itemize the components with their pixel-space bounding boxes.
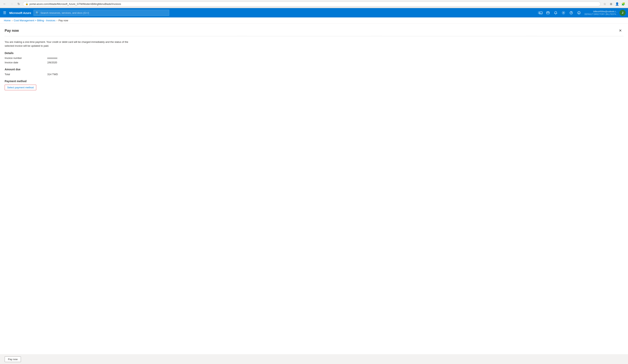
details-section-title: Details: [5, 52, 623, 55]
settings-icon[interactable]: [560, 9, 567, 16]
total-label: Total: [5, 73, 47, 76]
invoice-date-row: Invoice date 2/8/2020: [5, 61, 623, 64]
browser-chrome: ← → ↻ 🔒 portal.azure.com/#blade/Microsof…: [0, 0, 628, 8]
star-icon[interactable]: ☆: [602, 1, 608, 6]
extensions-icon[interactable]: 🧩: [621, 1, 626, 6]
info-text: You are making a one-time payment. Your …: [5, 40, 129, 48]
total-value: 314 TWD: [47, 73, 58, 76]
directory-icon[interactable]: [545, 9, 551, 16]
browser-actions: ☆ ⊕ 👤 🧩: [602, 1, 626, 6]
user-avatar[interactable]: J: [620, 10, 626, 16]
cloud-shell-icon[interactable]: : [537, 9, 544, 16]
panel-header: Pay now ✕: [5, 27, 623, 36]
user-info[interactable]: billtest456tw@outlook.c... DEFAULT DIREC…: [583, 9, 619, 16]
main-content: Pay now ✕ You are making a one-time paym…: [0, 24, 628, 364]
select-payment-method-button[interactable]: Select payment method: [5, 85, 36, 90]
pay-now-button[interactable]: Pay now: [5, 357, 21, 362]
breadcrumb: Home › Cost Management + Billing - Invoi…: [0, 17, 628, 24]
feedback-icon[interactable]: [575, 9, 582, 16]
collections-icon[interactable]: ⊕: [608, 1, 614, 6]
azure-logo: Microsoft Azure: [9, 11, 31, 14]
user-directory: DEFAULT DIRECTORY (BILLTEST4...: [584, 13, 618, 15]
azure-top-nav: ☰ Microsoft Azure 🔍 Search resources, se…: [0, 8, 628, 17]
address-bar[interactable]: 🔒 portal.azure.com/#blade/Microsoft_Azur…: [23, 1, 601, 6]
svg-rect-1: [547, 12, 549, 14]
browser-toolbar: ← → ↻ 🔒 portal.azure.com/#blade/Microsof…: [0, 0, 628, 8]
close-button[interactable]: ✕: [617, 27, 623, 34]
panel-title: Pay now: [5, 29, 19, 33]
payment-section-title: Payment method: [5, 80, 623, 83]
lock-icon: 🔒: [25, 2, 28, 5]
page-footer: Pay now: [0, 354, 628, 364]
amount-section-title: Amount due: [5, 68, 623, 71]
invoice-number-value: xxxxxxxx: [47, 57, 57, 60]
svg-point-5: [578, 11, 580, 14]
breadcrumb-current: Pay now: [59, 19, 68, 22]
user-email: billtest456tw@outlook.c...: [593, 10, 618, 13]
breadcrumb-sep-2: ›: [57, 19, 57, 22]
profile-icon[interactable]: 👤: [615, 1, 620, 6]
svg-rect-0: [539, 12, 542, 14]
hamburger-menu[interactable]: ☰: [2, 10, 7, 16]
search-icon: 🔍: [36, 11, 39, 14]
search-placeholder: Search resources, services, and docs (G+…: [41, 11, 89, 14]
nav-icons:  billtest456tw@outlook.c... DEFAULT DIR…: [537, 9, 626, 16]
back-button[interactable]: ←: [2, 1, 7, 6]
svg-point-4: [571, 13, 572, 14]
invoice-number-row: Invoice number xxxxxxxx: [5, 57, 623, 60]
global-search[interactable]: 🔍 Search resources, services, and docs (…: [34, 10, 169, 16]
invoice-date-label: Invoice date: [5, 61, 47, 64]
pay-now-panel: Pay now ✕ You are making a one-time paym…: [0, 24, 628, 94]
help-icon[interactable]: [568, 9, 575, 16]
notifications-icon[interactable]: [552, 9, 559, 16]
total-row: Total 314 TWD: [5, 73, 623, 76]
invoice-date-value: 2/8/2020: [47, 61, 57, 64]
breadcrumb-sep-1: ›: [12, 19, 13, 22]
breadcrumb-billing[interactable]: Cost Management + Billing - Invoices: [14, 19, 55, 22]
address-text: portal.azure.com/#blade/Microsoft_Azure_…: [29, 2, 598, 5]
breadcrumb-home[interactable]: Home: [4, 19, 11, 22]
invoice-number-label: Invoice number: [5, 57, 47, 60]
svg-point-2: [563, 12, 564, 13]
refresh-button[interactable]: ↻: [16, 1, 21, 6]
forward-button[interactable]: →: [9, 1, 14, 6]
